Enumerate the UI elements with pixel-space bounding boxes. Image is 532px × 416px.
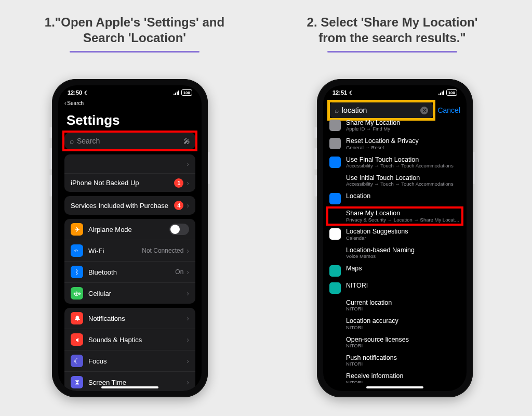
focus-row[interactable]: ☾ Focus › (64, 350, 195, 371)
result-title: Share My Location (346, 119, 460, 126)
airplane-row[interactable]: ✈ Airplane Mode (64, 219, 195, 240)
cellular-row[interactable]: ⟴ Cellular › (64, 282, 195, 304)
phone-2-screen: 12:51 ☾ 100 ⌕ location ✕ Cancel Share My… (323, 85, 467, 391)
mute-switch (314, 127, 317, 138)
clock-text: 12:51 (332, 89, 347, 96)
divider (327, 51, 457, 53)
result-text: Location (346, 192, 460, 200)
chevron-right-icon: › (187, 357, 189, 365)
divider (70, 51, 200, 53)
result-title: Push notifications (346, 354, 460, 361)
chevron-right-icon: › (187, 314, 189, 322)
backup-alert-row[interactable]: iPhone Not Backed Up 1 › (64, 173, 195, 192)
result-text: NITORI (346, 282, 460, 289)
result-row[interactable]: Reset Location & PrivacyGeneral → Reset (323, 135, 467, 153)
wifi-row[interactable]: ᯤ Wi-Fi Not Connected › (64, 240, 195, 261)
result-text: Share My LocationPrivacy & Security → Lo… (346, 210, 460, 223)
result-row[interactable]: Use Initial Touch LocationAccessibility … (323, 172, 467, 190)
services-card: Services Included with Purchase 4 › (64, 196, 195, 215)
row-label: Wi-Fi (88, 247, 142, 255)
power-button (473, 152, 475, 184)
services-row[interactable]: Services Included with Purchase 4 › (64, 196, 195, 215)
step-2-caption: 2. Select 'Share My Location' from the s… (281, 15, 504, 53)
back-to-search[interactable]: ‹ Search (58, 100, 202, 106)
result-row[interactable]: Share My LocationApple ID → Find My (323, 116, 467, 135)
step-2-line-2: from the search results." (281, 30, 504, 46)
result-title: Location (346, 192, 460, 200)
search-query: location (342, 106, 367, 114)
result-row[interactable]: Maps (323, 262, 467, 279)
chevron-left-icon: ‹ (64, 100, 66, 106)
result-text: Reset Location & PrivacyGeneral → Reset (346, 137, 460, 150)
notifications-row[interactable]: 🔔︎ Notifications › (64, 308, 195, 329)
step-1-line-1: 1."Open Apple's 'Settings' and (23, 15, 246, 30)
result-title: Location Suggestions (346, 228, 460, 235)
signal-icon (174, 90, 179, 95)
signal-icon (438, 90, 444, 95)
chevron-right-icon: › (187, 179, 189, 187)
status-clock: 12:50 ☾ (68, 89, 89, 96)
result-text: Open-source licensesNITORI (346, 336, 460, 349)
search-input[interactable]: ⌕ Search 🎤︎ (64, 133, 195, 149)
result-text: Share My LocationApple ID → Find My (346, 119, 460, 132)
phone-1-screen: 12:50 ☾ 100 ‹ Search Settings ⌕ Search 🎤… (58, 85, 202, 391)
result-row[interactable]: Open-source licensesNITORI (323, 333, 467, 352)
result-row[interactable]: Share My LocationPrivacy & Security → Lo… (323, 207, 467, 225)
result-text: Receive informationNITORI (346, 372, 460, 383)
result-row[interactable]: NITORI (323, 279, 467, 296)
sounds-row[interactable]: 🔈︎ Sounds & Haptics › (64, 329, 195, 350)
profile-row[interactable]: › (64, 154, 195, 173)
result-text: Use Final Touch LocationAccessibility → … (346, 156, 460, 169)
result-title: Open-source licenses (346, 336, 460, 343)
result-row[interactable]: Receive informationNITORI (323, 370, 467, 383)
home-indicator[interactable] (366, 386, 423, 388)
result-row[interactable]: Location-based NamingVoice Memos (323, 244, 467, 262)
result-subtitle: NITORI (346, 343, 460, 349)
back-label: Search (67, 100, 84, 106)
result-title: Reset Location & Privacy (346, 137, 460, 145)
screentime-icon: ⧗ (71, 376, 83, 388)
row-label: Focus (88, 357, 187, 365)
result-subtitle: Privacy & Security → Location → Share My… (346, 217, 460, 223)
result-row[interactable]: Location (323, 190, 467, 207)
cancel-button[interactable]: Cancel (437, 106, 460, 114)
cellular-icon: ⟴ (71, 287, 83, 300)
result-text: Use Initial Touch LocationAccessibility … (346, 174, 460, 187)
result-icon (329, 138, 341, 149)
status-clock: 12:51 ☾ (332, 89, 354, 96)
mic-icon[interactable]: 🎤︎ (183, 137, 190, 145)
notifications-icon: 🔔︎ (71, 312, 83, 324)
result-title: Share My Location (346, 210, 460, 217)
row-label: Sounds & Haptics (88, 336, 187, 344)
bt-status: On (175, 268, 183, 276)
chevron-right-icon: › (187, 160, 189, 168)
alerts-card: › iPhone Not Backed Up 1 › (64, 154, 195, 192)
result-row[interactable]: Location accuracyNITORI (323, 315, 467, 333)
result-subtitle: Calendar (346, 236, 460, 241)
airplane-toggle[interactable] (169, 224, 189, 235)
home-indicator[interactable] (101, 386, 158, 388)
result-row[interactable]: Use Final Touch LocationAccessibility → … (323, 153, 467, 172)
volume-down (314, 175, 317, 197)
result-text: Location SuggestionsCalendar (346, 228, 460, 241)
chevron-right-icon: › (187, 335, 189, 344)
search-icon: ⌕ (335, 106, 339, 114)
result-title: Use Final Touch Location (346, 156, 460, 163)
result-row[interactable]: Current locationNITORI (323, 296, 467, 315)
result-subtitle: General → Reset (346, 145, 460, 151)
result-row[interactable]: Push notificationsNITORI (323, 352, 467, 370)
chevron-right-icon: › (187, 378, 189, 386)
result-icon (329, 157, 341, 168)
clear-icon[interactable]: ✕ (420, 107, 428, 114)
sounds-icon: 🔈︎ (71, 333, 83, 346)
bluetooth-icon: ᛒ (71, 266, 83, 278)
result-title: Maps (346, 265, 460, 272)
result-row[interactable]: Location SuggestionsCalendar (323, 225, 467, 243)
result-title: Receive information (346, 372, 460, 380)
result-icon (329, 193, 341, 204)
row-label: Notifications (88, 315, 187, 322)
result-icon (329, 282, 341, 294)
row-label: Airplane Mode (88, 226, 169, 233)
bluetooth-row[interactable]: ᛒ Bluetooth On › (64, 261, 195, 282)
result-subtitle: Accessibility → Touch → Touch Accommodat… (346, 163, 460, 169)
